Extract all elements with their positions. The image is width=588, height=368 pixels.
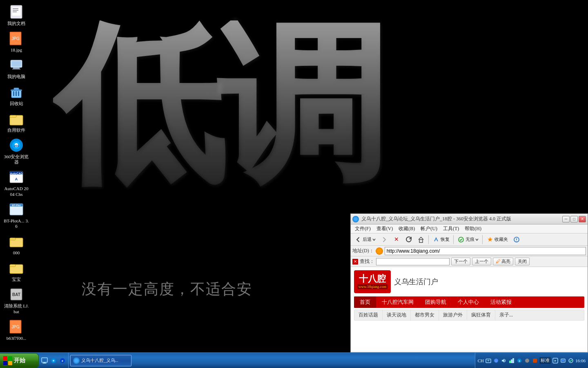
svg-rect-15 xyxy=(16,91,17,96)
folder000-icon xyxy=(8,233,24,249)
svg-rect-9 xyxy=(13,67,20,69)
tray-icon-misc5[interactable] xyxy=(568,357,574,364)
home-button[interactable] xyxy=(415,235,427,245)
tray-icon-1[interactable] xyxy=(485,357,492,364)
menu-help[interactable]: 帮助(H) xyxy=(462,225,484,233)
back-label: 后退 xyxy=(363,236,372,242)
menu-tools[interactable]: 工具(T) xyxy=(441,225,461,233)
search-close-label-button[interactable]: 关闭 xyxy=(515,258,530,265)
nav2-item-1[interactable]: 谈天说地 xyxy=(383,310,411,320)
search-prev-button[interactable]: 上一个 xyxy=(472,258,491,265)
desktop-icon-000[interactable]: 000 xyxy=(1,231,32,257)
site-title: 义乌生活门户 xyxy=(394,277,438,287)
svg-text:BT-Plot: BT-Plot xyxy=(12,204,21,206)
quick-launch: e xyxy=(39,353,69,368)
search-next-button[interactable]: 下一个 xyxy=(451,258,470,265)
desktop-icons: 我的文档 JPG 18.jpg 我的电脑 xyxy=(0,0,33,352)
tray-icon-misc4[interactable] xyxy=(560,357,566,364)
software-icon xyxy=(8,110,24,127)
search-highlight-button[interactable]: 🖊 高亮 xyxy=(493,258,513,265)
desktop-icon-recycle[interactable]: 回收站 xyxy=(1,82,32,108)
maximize-button[interactable]: □ xyxy=(570,216,578,222)
tray-icon-misc1[interactable] xyxy=(524,357,530,364)
refresh-button[interactable] xyxy=(403,235,414,245)
nav-item-home[interactable]: 首页 xyxy=(354,296,376,308)
logo-quad-1 xyxy=(3,356,7,360)
menu-favorites[interactable]: 收藏(B) xyxy=(396,225,417,233)
desktop-icon-my-computer[interactable]: 我的电脑 xyxy=(1,55,32,81)
restore-button[interactable]: 恢复 xyxy=(430,235,452,245)
highlight-icon: 🖊 xyxy=(496,258,501,265)
nav-item-activity[interactable]: 活动紧报 xyxy=(485,296,517,308)
tray-network-icon[interactable] xyxy=(508,357,515,364)
tray-icon-2[interactable]: i xyxy=(493,357,499,364)
tray-speaker-icon[interactable] xyxy=(501,357,507,364)
address-input[interactable] xyxy=(385,247,586,255)
svg-text:360: 360 xyxy=(13,144,19,148)
svg-rect-43 xyxy=(42,363,47,364)
nav2-item-3[interactable]: 旅游户外 xyxy=(439,310,467,320)
svg-text:i: i xyxy=(496,360,496,362)
close-button[interactable]: ✕ xyxy=(579,216,586,222)
tray-icon-misc3[interactable]: ▶ xyxy=(552,357,559,364)
b63-label: b63f7f00... xyxy=(7,336,27,341)
noadvert-button[interactable]: 无痕 xyxy=(455,235,481,245)
quick-desktop-button[interactable] xyxy=(40,357,49,365)
desktop-icon-360[interactable]: 360 360安全浏览器 xyxy=(1,135,32,166)
menu-file[interactable]: 文件(F) xyxy=(352,225,373,233)
svg-rect-63 xyxy=(562,360,564,361)
extra-button[interactable] xyxy=(511,235,522,245)
nav-item-personal[interactable]: 个人中心 xyxy=(452,296,485,308)
tray-icon-misc2[interactable] xyxy=(532,357,538,364)
svg-text:e: e xyxy=(62,359,63,362)
desktop-icon-software[interactable]: 自用软件 xyxy=(1,109,32,135)
browser-window: 义乌十八腔_义乌论坛_义乌生活门户_18腔 - 360安全浏览器 4.0 正式版… xyxy=(350,213,588,352)
desktop-icon-autocad[interactable]: AutoCAD A AutoCAD 2004 Chs xyxy=(1,167,32,198)
desktop-icon-b63[interactable]: JPG b63f7f00... xyxy=(1,317,32,343)
desktop-icon-bat[interactable]: BAT 清除系统 LJ.bat xyxy=(1,285,32,316)
svg-text:BAT: BAT xyxy=(12,292,20,297)
desktop-icon-baobei[interactable]: 宝宝 xyxy=(1,258,32,284)
favorites-button[interactable]: ★ 收藏夹 xyxy=(484,235,510,245)
svg-rect-8 xyxy=(11,61,21,67)
svg-point-58 xyxy=(525,359,529,363)
nav-item-groupbuy[interactable]: 团购导航 xyxy=(419,296,452,308)
stop-button[interactable]: ✕ xyxy=(391,235,402,245)
quick-ie-button[interactable]: e xyxy=(58,357,67,365)
nav2-item-5[interactable]: 亲子... xyxy=(495,310,517,320)
desktop-icon-jpg18[interactable]: JPG 18.jpg xyxy=(1,29,32,54)
svg-rect-14 xyxy=(13,91,14,96)
taskbar-item-browser[interactable]: 义乌十八腔_义乌... xyxy=(70,355,131,366)
nav2-item-4[interactable]: 疯狂体育 xyxy=(467,310,495,320)
tray-clock[interactable]: 16:06 xyxy=(575,358,586,363)
start-label: 开始 xyxy=(14,357,25,364)
svg-rect-42 xyxy=(43,362,46,363)
title-bar[interactable]: 义乌十八腔_义乌论坛_义乌生活门户_18腔 - 360安全浏览器 4.0 正式版… xyxy=(351,214,588,224)
menu-view[interactable]: 查看(V) xyxy=(374,225,396,233)
forward-button[interactable] xyxy=(379,235,390,245)
search-close-button[interactable]: ✕ xyxy=(352,259,358,265)
tray-security-icon[interactable]: 3 xyxy=(516,357,523,364)
tray-lang[interactable]: CH xyxy=(478,358,484,363)
desktop-icon-biplot[interactable]: BT-Plot BT-PlotA... 3.6 xyxy=(1,200,32,231)
svg-text:JPG: JPG xyxy=(11,36,20,41)
nav-item-car[interactable]: 十八腔汽车网 xyxy=(376,296,419,308)
desktop-icon-my-docs[interactable]: 我的文档 xyxy=(1,2,32,28)
back-button[interactable]: 后退 xyxy=(352,235,378,245)
my-computer-icon xyxy=(8,57,24,73)
back-icon xyxy=(354,236,362,243)
baobei-label: 宝宝 xyxy=(12,277,21,282)
baobei-icon xyxy=(8,260,24,276)
ime-indicator[interactable]: 标准 xyxy=(539,357,551,364)
nav2-item-0[interactable]: 百姓话题 xyxy=(354,310,383,320)
search-input[interactable] xyxy=(376,258,450,265)
site-nav2: 百姓话题 谈天说地 都市男女 旅游户外 疯狂体育 亲子... xyxy=(354,310,584,321)
start-button[interactable]: 开始 xyxy=(0,353,39,368)
quick-browser-button[interactable] xyxy=(49,357,58,365)
menu-account[interactable]: 帐户(U) xyxy=(418,225,440,233)
home-icon xyxy=(417,236,425,243)
nav2-item-2[interactable]: 都市男女 xyxy=(411,310,439,320)
minimize-button[interactable]: ─ xyxy=(562,216,570,222)
toolbar-sep2 xyxy=(453,235,454,244)
site-header: 十八腔 www.18qiang.com 义乌生活门户 xyxy=(354,270,584,293)
